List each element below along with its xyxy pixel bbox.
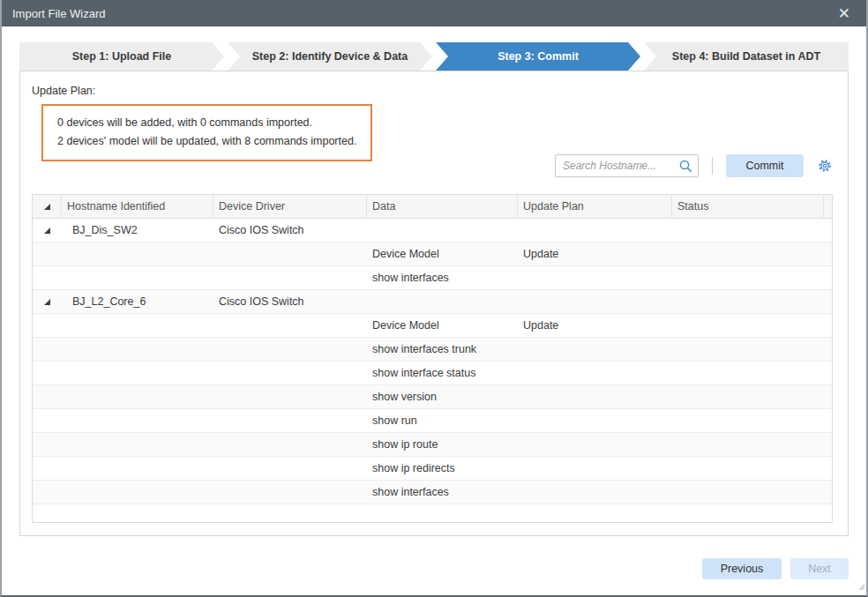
- filler-cell: [824, 314, 832, 337]
- update-plan-cell: [518, 338, 672, 361]
- column-header-device-driver[interactable]: Device Driver: [213, 195, 367, 218]
- table-row[interactable]: Device ModelUpdate: [33, 314, 832, 338]
- table-row[interactable]: show interfaces: [33, 266, 832, 290]
- device-driver-cell: [213, 266, 367, 289]
- collapse-all-cell[interactable]: [33, 195, 62, 218]
- status-cell: [672, 362, 824, 384]
- row-expander-cell: [33, 481, 62, 504]
- filler-cell: [824, 219, 832, 242]
- commit-button[interactable]: Commit: [726, 154, 804, 177]
- row-expander-cell: [33, 266, 62, 289]
- data-cell: show interfaces: [367, 266, 518, 289]
- device-driver-cell: [213, 243, 367, 265]
- column-header-hostname[interactable]: Hostname Identified: [62, 195, 213, 218]
- update-plan-label: Update Plan:: [32, 85, 848, 97]
- hostname-cell: [62, 481, 213, 504]
- data-cell: show ip redirects: [367, 457, 518, 480]
- table-row[interactable]: BJ_L2_Core_6Cisco IOS Switch: [33, 290, 832, 314]
- table-header: Hostname Identified Device Driver Data U…: [33, 195, 832, 219]
- step-1-upload-file[interactable]: Step 1: Upload File: [19, 42, 224, 71]
- plan-summary-line: 2 devices' model will be updated, with 8…: [57, 132, 356, 151]
- hostname-cell: [62, 457, 213, 480]
- device-driver-cell: [213, 409, 367, 432]
- import-results-table: Hostname Identified Device Driver Data U…: [32, 194, 833, 523]
- table-row[interactable]: show interface status: [33, 362, 832, 385]
- data-cell: Device Model: [367, 314, 518, 337]
- hostname-cell: BJ_Dis_SW2: [62, 219, 213, 242]
- step-4-build-dataset[interactable]: Step 4: Build Dataset in ADT: [644, 42, 849, 71]
- table-row[interactable]: show interfaces: [33, 481, 832, 504]
- filler-cell: [824, 433, 832, 456]
- table-toolbar: Commit: [555, 154, 833, 177]
- device-driver-cell: Cisco IOS Switch: [213, 290, 367, 313]
- step-label: Step 1: Upload File: [72, 50, 172, 63]
- step-2-identify-device-data[interactable]: Step 2: Identify Device & Data: [228, 42, 432, 71]
- update-plan-cell: [518, 457, 672, 480]
- filler-cell: [824, 243, 832, 265]
- status-cell: [672, 481, 824, 504]
- column-header-data[interactable]: Data: [367, 195, 518, 218]
- filler-cell: [824, 266, 832, 289]
- data-cell: Device Model: [367, 243, 518, 265]
- table-row[interactable]: Device ModelUpdate: [33, 243, 832, 266]
- triangle-expander-icon[interactable]: [43, 227, 51, 235]
- column-header-filler: [824, 195, 832, 218]
- update-plan-cell: [518, 266, 672, 289]
- table-row[interactable]: BJ_Dis_SW2Cisco IOS Switch: [33, 219, 832, 243]
- update-plan-cell: [518, 362, 672, 384]
- status-cell: [672, 409, 824, 432]
- step-label: Step 4: Build Dataset in ADT: [672, 50, 820, 63]
- filler-cell: [824, 409, 832, 432]
- gear-icon[interactable]: [817, 158, 833, 174]
- hostname-cell: [62, 385, 213, 408]
- data-cell: show version: [367, 385, 518, 408]
- row-expander-cell: [33, 433, 62, 456]
- commit-panel: Update Plan: 0 devices will be added, wi…: [19, 71, 849, 536]
- triangle-expander-icon[interactable]: [43, 298, 51, 306]
- row-expander-cell[interactable]: [33, 290, 62, 313]
- update-plan-cell: Update: [518, 314, 672, 337]
- row-expander-cell[interactable]: [33, 219, 62, 242]
- data-cell: [367, 219, 518, 242]
- column-header-update-plan[interactable]: Update Plan: [518, 195, 672, 218]
- device-driver-cell: Cisco IOS Switch: [213, 219, 367, 242]
- status-cell: [672, 433, 824, 456]
- device-driver-cell: [213, 362, 367, 384]
- search-input[interactable]: [563, 160, 678, 172]
- table-row[interactable]: show interfaces trunk: [33, 338, 832, 362]
- title-bar: Import File Wizard ✕: [2, 0, 866, 26]
- resize-grip-icon[interactable]: [857, 578, 865, 594]
- status-cell: [672, 338, 824, 361]
- previous-button[interactable]: Previous: [702, 558, 782, 579]
- filler-cell: [824, 290, 832, 313]
- device-driver-cell: [213, 338, 367, 361]
- hostname-cell: [62, 338, 213, 361]
- device-driver-cell: [213, 481, 367, 504]
- table-row[interactable]: show ip redirects: [33, 457, 832, 481]
- row-expander-cell: [33, 338, 62, 361]
- table-body: BJ_Dis_SW2Cisco IOS SwitchDevice ModelUp…: [33, 219, 832, 504]
- magnifier-icon[interactable]: [678, 159, 693, 174]
- wizard-footer: Previous Next: [19, 558, 849, 579]
- hostname-cell: [62, 409, 213, 432]
- next-button[interactable]: Next: [790, 558, 849, 579]
- update-plan-cell: [518, 481, 672, 504]
- filler-cell: [824, 362, 832, 384]
- table-row[interactable]: show ip route: [33, 433, 832, 457]
- status-cell: [672, 290, 824, 313]
- device-driver-cell: [213, 433, 367, 456]
- step-label: Step 2: Identify Device & Data: [252, 50, 408, 63]
- search-box: [555, 154, 699, 177]
- device-driver-cell: [213, 457, 367, 480]
- device-driver-cell: [213, 314, 367, 337]
- dialog-content: Step 1: Upload File Step 2: Identify Dev…: [2, 26, 866, 579]
- close-icon[interactable]: ✕: [833, 4, 856, 23]
- data-cell: show run: [367, 409, 518, 432]
- hostname-cell: [62, 243, 213, 265]
- step-3-commit[interactable]: Step 3: Commit: [436, 42, 640, 71]
- triangle-expander-icon[interactable]: [43, 203, 51, 211]
- table-row[interactable]: show run: [33, 409, 832, 433]
- table-row[interactable]: show version: [33, 385, 832, 409]
- column-header-status[interactable]: Status: [672, 195, 824, 218]
- data-cell: [367, 290, 518, 313]
